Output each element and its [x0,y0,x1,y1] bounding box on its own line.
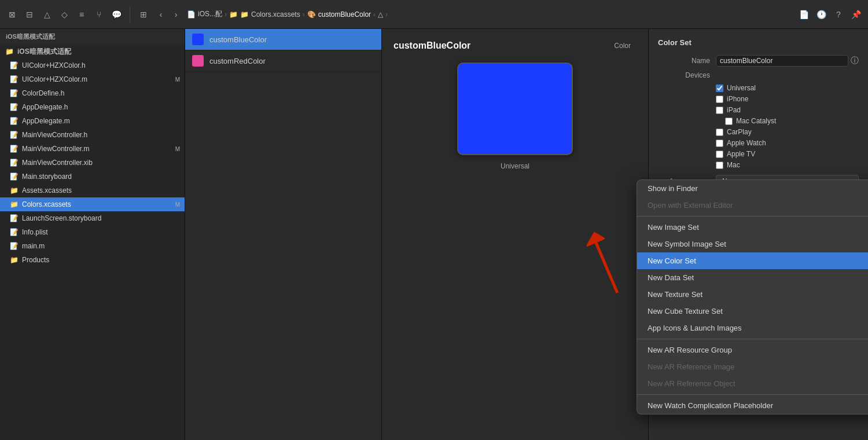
blue-color-swatch [192,34,204,45]
sidebar-item-mainvc-xib[interactable]: 📝 MainViewController.xib [0,156,185,170]
device-universal-label: Universal [727,84,756,92]
asset-item-red[interactable]: customRedColor [185,50,381,72]
device-ipad-label: iPad [727,106,741,114]
sidebar-project-title: iOS暗黑模式适配 [0,29,185,45]
device-iphone-checkbox[interactable] [716,96,723,103]
menu-new-data-set[interactable]: New Data Set [637,269,868,286]
nav-back-button[interactable]: ‹ [155,8,167,21]
pin-icon[interactable]: 📌 [849,8,862,21]
sidebar-item-launchscreen[interactable]: 📝 LaunchScreen.storyboard [0,211,185,225]
sidebar-item-main-m[interactable]: 📝 main.m [0,239,185,253]
device-mac-checkbox[interactable] [716,162,723,169]
color-label: Color [614,42,637,50]
device-carplay-checkbox[interactable] [716,129,723,136]
branch-icon[interactable]: ⑂ [93,8,105,21]
sidebar-item-assets[interactable]: 📁 Assets.xcassets [0,184,185,197]
sidebar-item-main-storyboard[interactable]: 📝 Main.storyboard [0,170,185,184]
warning-icon[interactable]: △ [41,8,53,21]
sidebar-item-colordefine[interactable]: 📝 ColorDefine.h [0,86,185,100]
sidebar-item-mainvc-h[interactable]: 📝 MainViewController.h [0,128,185,142]
device-apple-watch-label: Apple Watch [727,139,766,147]
diamond-icon[interactable]: ◇ [58,8,71,21]
file-icon: 📝 [9,130,19,140]
toolbar-right: 📄 🕐 ? 📌 [797,8,862,21]
asset-panel: customBlueColor customRedColor [185,29,382,440]
comment-icon[interactable]: 💬 [110,8,123,21]
history-icon[interactable]: 🕐 [815,8,827,21]
device-mac-catalyst-checkbox[interactable] [725,118,733,125]
sidebar-item-products[interactable]: 📁 Products [0,253,185,267]
list-icon[interactable]: ≡ [75,8,88,21]
breadcrumb: 📄 iOS...配 › 📁 📁 Colors.xcassets › 🎨 cust… [187,9,388,19]
menu-new-ar-ref-object: New AR Reference Object [637,375,868,392]
breadcrumb-color[interactable]: customBlueColor [318,10,371,19]
file-icon: 📝 [9,228,19,237]
color-preview-header: customBlueColor Color [393,41,637,51]
menu-open-external: Open with External Editor [637,197,868,214]
menu-separator-1 [637,216,868,217]
sidebar: iOS暗黑模式适配 📁 iOS暗黑模式适配 📝 UIColor+HZXColor… [0,29,185,440]
name-label: Name [658,57,710,65]
sidebar-item-label: Colors.xcassets [22,200,71,208]
device-iphone-row: iPhone [658,95,859,103]
nav-forward-button[interactable]: › [170,8,182,21]
sidebar-item-label: AppDelegate.m [22,117,70,125]
help-icon[interactable]: ? [832,8,845,21]
sidebar-item-appdelegate-m[interactable]: 📝 AppDelegate.m [0,114,185,128]
file-icon: 📝 [9,158,19,167]
sidebar-item-infoplist[interactable]: 📝 Info.plist [0,225,185,239]
sidebar-group-header: 📁 iOS暗黑模式适配 [0,45,185,58]
menu-new-cube-texture-set[interactable]: New Cube Texture Set [637,303,868,320]
device-apple-watch-checkbox[interactable] [716,140,723,147]
minimize-icon[interactable]: ⊟ [23,8,36,21]
breadcrumb-project[interactable]: iOS...配 [198,9,222,19]
device-apple-tv-checkbox[interactable] [716,151,723,158]
menu-new-watch-complication[interactable]: New Watch Complication Placeholder [637,397,868,414]
menu-new-symbol-image-set[interactable]: New Symbol Image Set [637,236,868,252]
device-universal-checkbox[interactable] [716,85,723,92]
asset-item-label: customRedColor [209,57,266,65]
sidebar-item-label: AppDelegate.h [22,103,68,111]
swatch-label: Universal [501,162,529,170]
sidebar-item-uicolor-m[interactable]: 📝 UIColor+HZXColor.m M [0,72,185,86]
grid-icon[interactable]: ⊞ [137,8,150,21]
sidebar-item-appdelegate-h[interactable]: 📝 AppDelegate.h [0,100,185,114]
device-ipad-checkbox[interactable] [716,107,723,114]
menu-new-image-set[interactable]: New Image Set [637,219,868,236]
svg-line-1 [580,243,634,293]
file-icon: 📝 [9,241,19,251]
file-icon: 📝 [9,116,19,126]
add-file-icon[interactable]: 📄 [797,8,810,21]
asset-item-blue[interactable]: customBlueColor [185,29,381,50]
sidebar-item-label: ColorDefine.h [22,89,64,97]
red-arrow-indicator [571,232,645,300]
inspector-devices-row: Devices [658,71,859,79]
menu-new-texture-set[interactable]: New Texture Set [637,286,868,303]
device-mac-catalyst-label: Mac Catalyst [736,117,776,125]
close-window-icon[interactable]: ⊠ [6,8,19,21]
device-mac-label: Mac [727,161,740,169]
name-input[interactable] [716,55,848,67]
sidebar-item-label: Main.storyboard [22,173,72,181]
file-icon: 📝 [9,89,19,98]
menu-new-ar-resource-group[interactable]: New AR Resource Group [637,342,868,358]
breadcrumb-xcassets[interactable]: Colors.xcassets [251,10,300,19]
sidebar-item-colors[interactable]: 📁 Colors.xcassets M [0,197,185,211]
device-ipad-row: iPad [658,106,859,114]
sidebar-item-label: main.m [22,242,45,250]
menu-separator-3 [637,394,868,395]
color-swatch-large [457,63,573,155]
sidebar-item-mainvc-m[interactable]: 📝 MainViewController.m M [0,142,185,156]
device-iphone-label: iPhone [727,95,748,103]
folder-icon: 📁 [9,186,19,195]
device-apple-tv-row: Apple TV [658,150,859,158]
sidebar-item-uicolor-h[interactable]: 📝 UIColor+HZXColor.h [0,58,185,72]
breadcrumb-warning: △ [378,10,383,19]
menu-show-in-finder[interactable]: Show in Finder [637,180,868,197]
asset-item-label: customBlueColor [209,35,267,44]
menu-app-icons[interactable]: App Icons & Launch Images ▶ [637,320,868,336]
menu-new-color-set[interactable]: New Color Set [637,252,868,269]
divider-1 [130,6,130,23]
menu-separator-2 [637,339,868,339]
sidebar-item-label: Info.plist [22,228,48,236]
